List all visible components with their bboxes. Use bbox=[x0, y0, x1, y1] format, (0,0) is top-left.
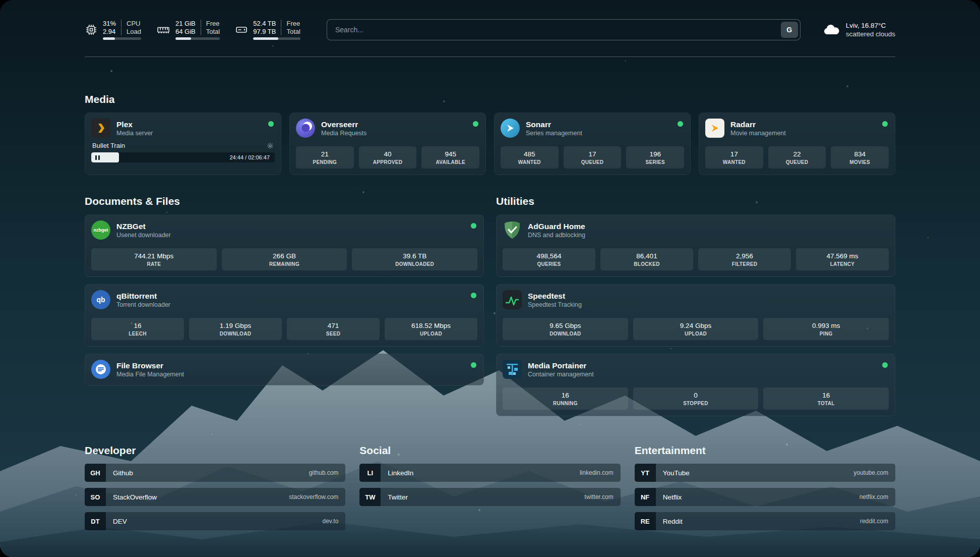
status-dot bbox=[268, 121, 274, 127]
service-card-speedtest[interactable]: Speedtest Speedtest Tracking 9.65 Gbps D… bbox=[496, 284, 895, 347]
bookmark-abbr: YT bbox=[635, 464, 656, 482]
memory-progress-track bbox=[175, 37, 220, 40]
stat-queued: 22 QUEUED bbox=[768, 146, 826, 169]
section-title-social: Social bbox=[359, 444, 620, 457]
service-name: NZBGet bbox=[116, 221, 171, 231]
service-description: Series management bbox=[526, 129, 582, 137]
memory-label-2: Total bbox=[201, 28, 220, 35]
stat-download: 9.65 Gbps DOWNLOAD bbox=[503, 318, 628, 340]
status-dot bbox=[471, 362, 476, 368]
cpu-progress-fill bbox=[103, 37, 115, 40]
service-card-plex[interactable]: Plex Media server Bullet Train bbox=[85, 113, 281, 175]
memory-value-2: 64 GiB bbox=[175, 28, 201, 35]
service-card-portainer[interactable]: Media Portainer Container management 16 … bbox=[496, 354, 895, 416]
weather-location: Lviv, 16.87°C bbox=[846, 21, 895, 30]
disk-progress-track bbox=[253, 37, 300, 40]
memory-label-1: Free bbox=[201, 20, 220, 27]
bookmark-reddit[interactable]: RE Reddit reddit.com bbox=[635, 512, 895, 530]
section-media: Media Plex Media server Bullet T bbox=[85, 93, 895, 175]
stat-wanted: 17 WANTED bbox=[705, 146, 763, 169]
overseerr-icon bbox=[296, 119, 315, 138]
stat-upload: 618.52 Mbps UPLOAD bbox=[385, 318, 477, 340]
service-card-qbittorrent[interactable]: qb qBittorrent Torrent downloader 16 LEE… bbox=[85, 284, 484, 347]
bookmark-name: Github bbox=[106, 469, 309, 477]
bookmark-linkedin[interactable]: LI LinkedIn linkedin.com bbox=[359, 464, 620, 482]
settings-gear-icon[interactable] bbox=[267, 142, 274, 149]
bookmark-github[interactable]: GH Github github.com bbox=[85, 464, 345, 482]
status-dot bbox=[678, 121, 683, 127]
service-card-adguard[interactable]: AdGuard Home DNS and adblocking 498,564 … bbox=[496, 214, 895, 277]
stat-downloaded: 39.6 TB DOWNLOADED bbox=[352, 248, 477, 270]
service-name: File Browser bbox=[116, 361, 184, 370]
bookmark-name: LinkedIn bbox=[381, 469, 580, 477]
bookmark-name: Twitter bbox=[381, 493, 584, 501]
service-card-overseerr[interactable]: Overseerr Media Requests 21 PENDING 40 A… bbox=[289, 113, 486, 175]
disk-value-1: 52.4 TB bbox=[253, 20, 281, 27]
qbittorrent-icon: qb bbox=[91, 290, 110, 309]
stat-filtered: 2,956 FILTERED bbox=[698, 248, 791, 270]
dashboard-screen: 31% CPU 2.94 Load bbox=[0, 0, 980, 557]
bookmark-url: github.com bbox=[309, 469, 346, 476]
now-playing-title: Bullet Train bbox=[92, 142, 125, 149]
bookmark-url: netflix.com bbox=[860, 493, 895, 500]
bookmark-twitter[interactable]: TW Twitter twitter.com bbox=[359, 488, 620, 506]
resource-widgets: 31% CPU 2.94 Load bbox=[85, 20, 300, 40]
stat-available: 945 AVAILABLE bbox=[421, 146, 479, 169]
bookmark-group-developer: Developer GH Github github.com SO StackO… bbox=[85, 444, 345, 530]
stat-upload: 9.24 Gbps UPLOAD bbox=[633, 318, 759, 340]
stat-seed: 471 SEED bbox=[287, 318, 380, 340]
service-card-radarr[interactable]: Radarr Movie management 17 WANTED 22 QUE… bbox=[699, 113, 895, 175]
portainer-icon bbox=[503, 360, 522, 379]
service-name: Plex bbox=[116, 120, 153, 129]
pause-icon[interactable] bbox=[95, 153, 101, 162]
cpu-icon bbox=[85, 23, 98, 36]
status-dot bbox=[471, 293, 476, 298]
bookmark-url: stackoverflow.com bbox=[289, 493, 345, 500]
bookmark-url: youtube.com bbox=[853, 469, 895, 476]
status-dot bbox=[471, 223, 476, 229]
section-documents: Documents & Files nzbget NZBGet Usenet d… bbox=[85, 195, 484, 385]
stat-stopped: 0 STOPPED bbox=[633, 387, 759, 410]
bookmark-stackoverflow[interactable]: SO StackOverflow stackoverflow.com bbox=[85, 488, 345, 506]
service-description: Media server bbox=[116, 129, 153, 137]
bookmark-dev[interactable]: DT DEV dev.to bbox=[85, 512, 345, 530]
service-card-sonarr[interactable]: Sonarr Series management 485 WANTED 17 Q… bbox=[494, 113, 691, 175]
cpu-value-1: 31% bbox=[103, 20, 121, 27]
plex-time: 24:44 / 02:06:47 bbox=[229, 152, 270, 162]
stat-latency: 47.569 ms LATENCY bbox=[796, 248, 889, 270]
bookmark-name: Netflix bbox=[656, 493, 860, 501]
bookmark-abbr: NF bbox=[635, 488, 656, 506]
service-description: Movie management bbox=[730, 129, 786, 137]
sonarr-icon bbox=[501, 119, 520, 138]
search-input[interactable] bbox=[334, 25, 781, 34]
bookmark-youtube[interactable]: YT YouTube youtube.com bbox=[635, 464, 895, 482]
stat-remaining: 266 GB REMAINING bbox=[222, 248, 347, 270]
bookmark-abbr: LI bbox=[359, 464, 381, 482]
disk-label-2: Total bbox=[281, 28, 300, 35]
bookmark-abbr: TW bbox=[359, 488, 381, 506]
cpu-label-2: Load bbox=[121, 28, 141, 35]
bookmark-url: twitter.com bbox=[584, 493, 620, 500]
plex-progress-bar[interactable]: 24:44 / 02:06:47 bbox=[91, 152, 275, 162]
bookmark-netflix[interactable]: NF Netflix netflix.com bbox=[635, 488, 895, 506]
stat-queued: 17 QUEUED bbox=[564, 146, 622, 169]
plex-progress-fill bbox=[91, 152, 119, 162]
cpu-value-2: 2.94 bbox=[103, 28, 121, 35]
cpu-widget: 31% CPU 2.94 Load bbox=[85, 20, 141, 40]
section-utilities: Utilities AdGu bbox=[496, 195, 895, 416]
nzbget-icon: nzbget bbox=[91, 220, 110, 240]
section-title-media: Media bbox=[85, 93, 895, 105]
header-bar: 31% CPU 2.94 Load bbox=[85, 17, 895, 42]
bookmark-abbr: SO bbox=[85, 488, 106, 506]
adguard-icon bbox=[503, 220, 522, 240]
service-card-nzbget[interactable]: nzbget NZBGet Usenet downloader 744.21 M… bbox=[85, 214, 484, 277]
stat-wanted: 485 WANTED bbox=[501, 146, 559, 169]
search-provider-button[interactable]: G bbox=[781, 22, 798, 38]
service-description: Usenet downloader bbox=[116, 231, 171, 239]
memory-widget: 21 GiB Free 64 GiB Total bbox=[156, 20, 220, 40]
memory-progress-fill bbox=[175, 37, 191, 40]
service-card-filebrowser[interactable]: File Browser Media File Management bbox=[85, 354, 484, 385]
plex-icon bbox=[91, 119, 110, 138]
stat-ping: 0.993 ms PING bbox=[763, 318, 889, 340]
header-divider bbox=[85, 57, 895, 57]
